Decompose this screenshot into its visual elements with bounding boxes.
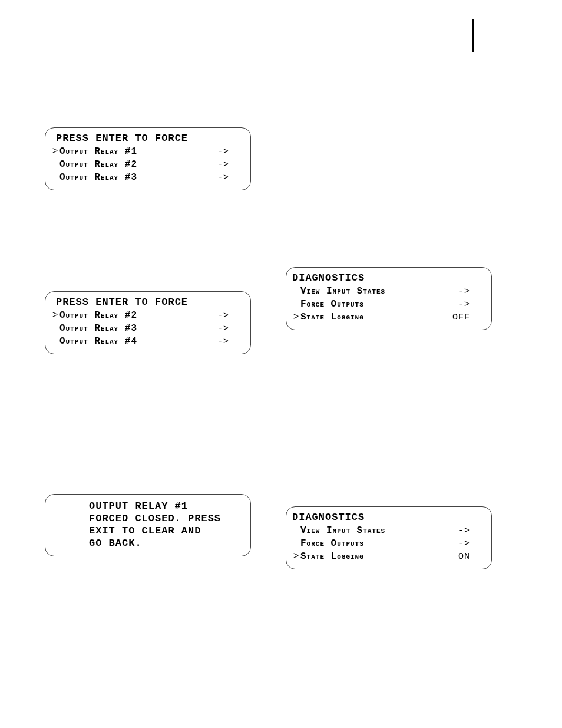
menu-label: Output Relay #3 — [59, 172, 137, 183]
screen-title: DIAGNOSTICS — [292, 272, 485, 284]
menu-value: -> — [458, 539, 485, 549]
message-line: EXIT TO CLEAR AND — [89, 525, 244, 536]
menu-item[interactable]: Force Outputs -> — [292, 298, 485, 311]
menu-label: Output Relay #4 — [59, 336, 137, 347]
menu-item[interactable]: Force Outputs -> — [292, 537, 485, 550]
menu-label: State Logging — [300, 312, 364, 322]
menu-label: View Input States — [300, 286, 385, 297]
lcd-force-output-2: PRESS ENTER TO FORCE > Output Relay #2 -… — [45, 291, 251, 354]
menu-value: OFF — [452, 312, 485, 322]
menu-item[interactable]: Output Relay #2 -> — [51, 158, 244, 171]
cursor-icon: > — [292, 312, 300, 322]
menu-value: -> — [458, 299, 485, 309]
menu-value: -> — [458, 526, 485, 536]
screen-title: PRESS ENTER TO FORCE — [56, 297, 244, 308]
menu-value: -> — [458, 286, 485, 297]
menu-value: -> — [217, 160, 244, 170]
lcd-force-output-1: PRESS ENTER TO FORCE > Output Relay #1 -… — [45, 127, 251, 190]
cursor-icon: > — [51, 146, 59, 157]
message-line: FORCED CLOSED. PRESS — [89, 513, 244, 524]
menu-value: -> — [217, 337, 244, 347]
menu-value: -> — [217, 147, 244, 157]
menu-item[interactable]: View Input States -> — [292, 285, 485, 298]
menu-label: Output Relay #2 — [59, 310, 137, 321]
menu-label: Output Relay #1 — [59, 146, 137, 157]
menu-label: State Logging — [300, 551, 364, 562]
lcd-forced-message: OUTPUT RELAY #1 FORCED CLOSED. PRESS EXI… — [45, 494, 251, 556]
menu-value: ON — [458, 552, 485, 562]
menu-value: -> — [217, 311, 244, 321]
menu-label: Output Relay #3 — [59, 323, 137, 334]
menu-label: View Input States — [300, 525, 385, 536]
message-line: GO BACK. — [89, 538, 244, 549]
cursor-icon: > — [51, 310, 59, 321]
menu-item[interactable]: > Output Relay #2 -> — [51, 309, 244, 322]
menu-item[interactable]: Output Relay #3 -> — [51, 171, 244, 184]
menu-item[interactable]: > State Logging ON — [292, 550, 485, 563]
lcd-diagnostics-on: DIAGNOSTICS View Input States -> Force O… — [286, 506, 492, 569]
lcd-diagnostics-off: DIAGNOSTICS View Input States -> Force O… — [286, 267, 492, 330]
menu-value: -> — [217, 173, 244, 183]
text-cursor-mark — [472, 19, 474, 52]
menu-item[interactable]: > State Logging OFF — [292, 311, 485, 324]
menu-item[interactable]: Output Relay #3 -> — [51, 322, 244, 335]
screen-title: PRESS ENTER TO FORCE — [56, 133, 244, 144]
menu-label: Output Relay #2 — [59, 159, 137, 170]
menu-label: Force Outputs — [300, 299, 364, 309]
cursor-icon: > — [292, 551, 300, 562]
message-line: OUTPUT RELAY #1 — [89, 500, 244, 512]
menu-item[interactable]: > Output Relay #1 -> — [51, 145, 244, 158]
menu-item[interactable]: Output Relay #4 -> — [51, 335, 244, 348]
menu-label: Force Outputs — [300, 538, 364, 549]
screen-title: DIAGNOSTICS — [292, 512, 485, 523]
menu-item[interactable]: View Input States -> — [292, 524, 485, 537]
menu-value: -> — [217, 324, 244, 334]
